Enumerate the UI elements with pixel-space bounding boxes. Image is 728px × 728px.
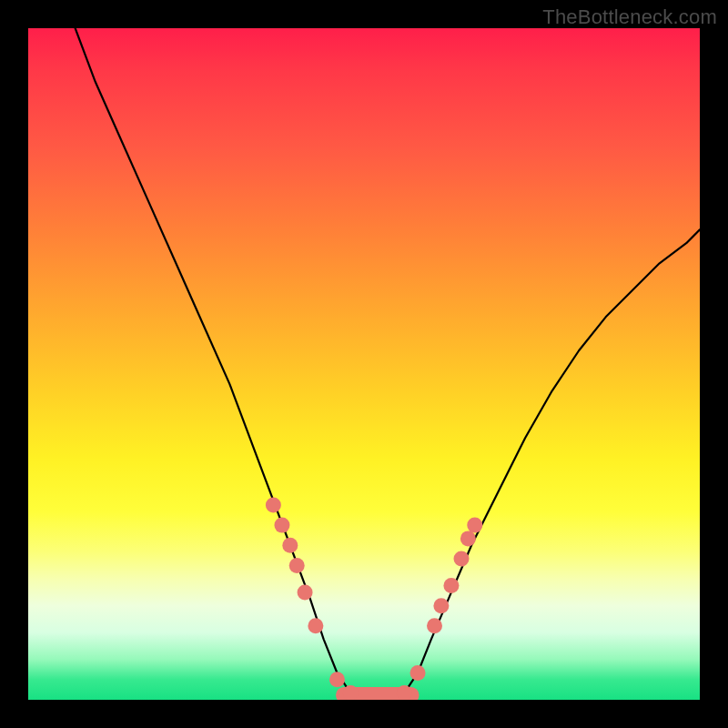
chart-svg [28,28,700,700]
plot-area [28,28,700,700]
chart-frame: TheBottleneck.com [0,0,728,728]
bottleneck-curve [76,28,700,696]
data-point [454,551,470,567]
data-point [308,618,323,633]
data-point [427,618,442,633]
watermark-text: TheBottleneck.com [542,5,717,29]
data-point [433,598,449,613]
data-point [443,578,459,593]
data-point [460,531,476,546]
data-point [298,584,313,600]
data-point [467,518,482,533]
data-point [289,558,305,573]
data-point [282,538,298,553]
data-point [410,665,426,681]
data-point [274,518,289,533]
data-point [266,497,281,512]
data-point [329,672,345,687]
